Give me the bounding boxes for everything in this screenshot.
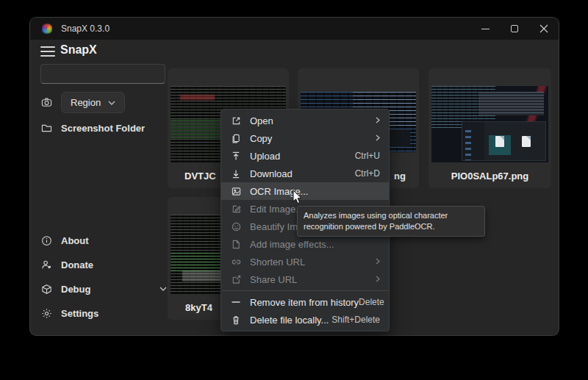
submenu-chevron-icon: [376, 115, 380, 126]
app-logo-icon: [42, 24, 52, 34]
sidebar-item-about[interactable]: About: [40, 234, 89, 246]
open-icon: [230, 115, 242, 126]
sidebar-item-label: About: [61, 235, 89, 246]
upload-icon: [230, 150, 242, 162]
debug-icon: [40, 283, 52, 295]
menu-shortcut: Delete: [359, 297, 384, 307]
sidebar-item-label: Debug: [61, 284, 90, 295]
remove-icon: [230, 296, 242, 308]
gear-icon: [40, 307, 52, 319]
info-icon: [40, 234, 52, 246]
screenshot-folder-label: Screenshot Folder: [61, 123, 145, 134]
donate-icon: [40, 259, 52, 270]
hamburger-menu-icon[interactable]: [40, 45, 55, 58]
download-icon: [230, 168, 242, 179]
menu-item-copy[interactable]: Copy: [221, 129, 389, 147]
sidebar-item-settings[interactable]: Settings: [40, 307, 98, 319]
desktop: SnapX 0.3.0 SnapX: [0, 0, 588, 380]
share-url-icon: [230, 273, 242, 285]
file-name: PIO0SALp67.png: [429, 164, 551, 188]
copy-icon: [230, 132, 242, 144]
capture-region-label: Region: [71, 97, 101, 108]
menu-item-share-url: Share URL: [221, 270, 389, 288]
mouse-cursor: [293, 190, 304, 208]
menu-item-open[interactable]: Open: [221, 112, 389, 129]
menu-item-upload[interactable]: Upload Ctrl+U: [221, 147, 389, 165]
history-card[interactable]: PIO0SALp67.png: [429, 68, 551, 188]
close-button[interactable]: [529, 18, 559, 40]
search-input[interactable]: [40, 64, 165, 84]
capture-row: Region: [40, 92, 125, 113]
shorten-url-icon: [230, 256, 242, 268]
title-bar: SnapX 0.3.0: [30, 18, 559, 40]
menu-item-delete-file-locally[interactable]: Delete file locally... Shift+Delete: [221, 311, 389, 329]
submenu-chevron-icon: [376, 257, 380, 267]
maximize-button[interactable]: [500, 18, 529, 40]
sidebar-item-debug[interactable]: Debug: [40, 283, 167, 295]
chevron-down-icon: [159, 287, 167, 291]
image-effects-icon: [230, 238, 242, 250]
menu-item-add-image-effects: Add image effects...: [221, 235, 389, 253]
edit-image-icon: [230, 203, 242, 215]
menu-separator: [222, 290, 388, 291]
beautify-image-icon: [230, 221, 242, 232]
app-title: SnapX: [60, 43, 97, 57]
menu-shortcut: Ctrl+D: [355, 168, 380, 179]
menu-item-remove-from-history[interactable]: Remove item from history Delete: [221, 293, 389, 311]
folder-icon: [40, 122, 52, 134]
ocr-image-icon: [230, 185, 242, 197]
submenu-chevron-icon: [376, 274, 380, 284]
sidebar-item-label: Settings: [61, 308, 98, 319]
capture-region-button[interactable]: Region: [61, 92, 125, 113]
menu-shortcut: Shift+Delete: [331, 315, 380, 325]
camera-icon: [40, 97, 52, 109]
trash-icon: [230, 314, 242, 326]
window-title: SnapX 0.3.0: [61, 24, 110, 34]
submenu-chevron-icon: [376, 133, 380, 143]
sidebar-item-label: Donate: [61, 259, 93, 270]
menu-item-shorten-url: Shorten URL: [221, 253, 389, 270]
menu-shortcut: Ctrl+U: [355, 151, 380, 161]
menu-item-ocr-image[interactable]: OCR Image...: [221, 182, 389, 200]
screenshot-folder-button[interactable]: Screenshot Folder: [40, 122, 145, 134]
menu-item-download[interactable]: Download Ctrl+D: [221, 165, 389, 182]
sidebar-item-donate[interactable]: Donate: [40, 259, 93, 270]
thumbnail-image: [431, 86, 548, 162]
ocr-tooltip: Analyzes images using optical character …: [297, 206, 485, 237]
chevron-down-icon: [108, 101, 115, 105]
minimize-button[interactable]: [470, 18, 500, 40]
